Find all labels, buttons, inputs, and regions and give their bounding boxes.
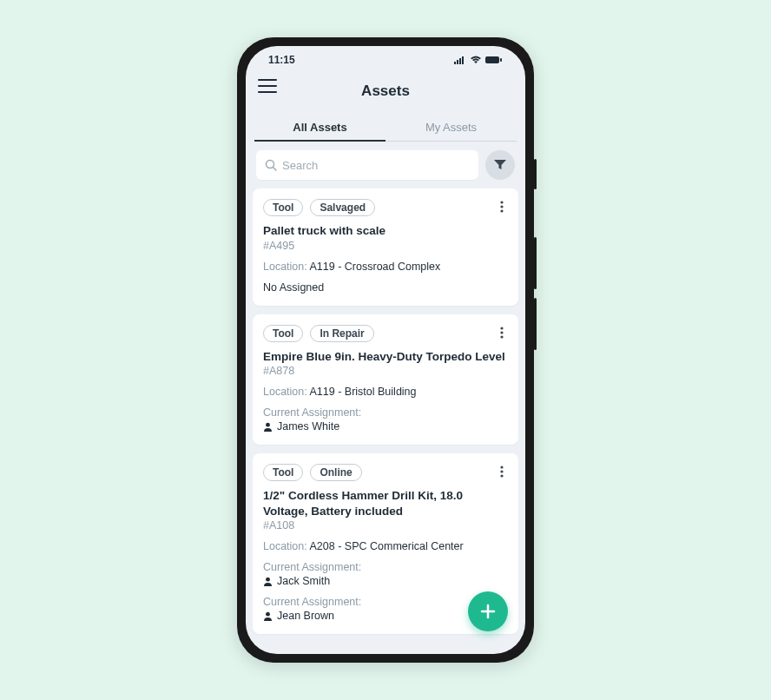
person-icon (263, 577, 273, 586)
asset-status-badge: Salvaged (310, 199, 375, 216)
svg-rect-0 (454, 62, 456, 64)
asset-card[interactable]: Tool In Repair Empire Blue 9in. Heavy-Du… (253, 314, 518, 446)
asset-code: #A108 (263, 519, 508, 532)
location-value: A119 - Bristol Building (310, 386, 417, 398)
assignment-name: Jack Smith (263, 575, 508, 587)
phone-side-button (534, 298, 537, 350)
svg-point-19 (266, 611, 270, 616)
plus-icon (479, 603, 497, 620)
svg-rect-3 (462, 56, 464, 64)
phone-frame: 11:15 Assets All Assets My Assets (237, 37, 534, 663)
asset-code: #A495 (263, 240, 508, 252)
svg-point-10 (500, 209, 503, 212)
page-title: Assets (361, 83, 410, 100)
location-label: Location: (263, 386, 307, 398)
location-label: Location: (263, 261, 307, 273)
more-vert-icon (500, 201, 504, 213)
tab-label: My Assets (425, 121, 477, 134)
more-vert-icon (500, 327, 504, 339)
screen: 11:15 Assets All Assets My Assets (246, 46, 525, 654)
card-badges: Tool Online (263, 464, 508, 481)
battery-icon (485, 56, 503, 64)
tab-my-assets[interactable]: My Assets (386, 114, 517, 141)
asset-title: 1/2" Cordless Hammer Drill Kit, 18.0 Vol… (263, 488, 508, 518)
app-header: Assets (246, 74, 525, 109)
card-menu-button[interactable] (492, 197, 511, 216)
asset-status-badge: In Repair (310, 325, 373, 342)
filter-button[interactable] (485, 150, 515, 180)
svg-point-17 (500, 474, 503, 477)
menu-button[interactable] (258, 79, 277, 93)
person-icon (263, 422, 273, 432)
svg-point-16 (500, 470, 503, 472)
asset-code: #A878 (263, 365, 508, 377)
assignment-block: Current Assignment: Jack Smith (263, 561, 508, 587)
tab-bar: All Assets My Assets (254, 114, 517, 142)
svg-rect-2 (459, 58, 461, 64)
person-icon (263, 611, 273, 621)
svg-point-12 (500, 331, 503, 333)
search-box[interactable] (256, 150, 478, 180)
asset-location: Location: A119 - Crossroad Complex (263, 261, 508, 273)
card-badges: Tool Salvaged (263, 199, 508, 216)
assignment-label: Current Assignment: (263, 561, 508, 573)
status-bar: 11:15 (246, 46, 525, 74)
search-row (246, 142, 525, 188)
asset-card[interactable]: Tool Salvaged Pallet truck with scale #A… (253, 188, 518, 306)
assignment-label: Current Assignment: (263, 406, 508, 419)
asset-type-badge: Tool (263, 325, 303, 342)
tab-label: All Assets (293, 121, 346, 134)
svg-rect-4 (485, 56, 499, 63)
assignee-name: Jean Brown (277, 610, 334, 622)
assignment-block: Current Assignment: James White (263, 406, 508, 433)
asset-location: Location: A208 - SPC Commerical Center (263, 540, 508, 552)
no-assigned-label: No Assigned (263, 281, 508, 294)
search-input[interactable] (282, 159, 470, 172)
assignee-name: James White (277, 420, 339, 433)
asset-title: Empire Blue 9in. Heavy-Duty Torpedo Leve… (263, 349, 508, 365)
status-indicators (454, 56, 503, 64)
asset-status-badge: Online (310, 464, 361, 481)
location-label: Location: (263, 540, 307, 552)
svg-point-11 (500, 327, 503, 329)
asset-type-badge: Tool (263, 464, 303, 481)
svg-point-9 (500, 205, 503, 208)
assignment-name: James White (263, 420, 508, 433)
asset-list[interactable]: Tool Salvaged Pallet truck with scale #A… (246, 188, 525, 654)
location-value: A208 - SPC Commerical Center (310, 540, 464, 552)
svg-point-15 (500, 466, 503, 468)
filter-icon (494, 160, 506, 170)
svg-point-13 (500, 335, 503, 338)
status-time: 11:15 (268, 54, 295, 66)
tab-all-assets[interactable]: All Assets (254, 114, 386, 141)
signal-icon (454, 56, 466, 64)
search-icon (265, 159, 277, 171)
svg-point-14 (266, 422, 270, 426)
svg-rect-5 (500, 58, 502, 62)
card-menu-button[interactable] (492, 462, 511, 481)
svg-line-7 (273, 168, 277, 171)
asset-title: Pallet truck with scale (263, 223, 508, 239)
add-asset-button[interactable] (468, 591, 508, 631)
assignee-name: Jack Smith (277, 575, 330, 587)
phone-side-button (534, 237, 537, 289)
svg-rect-1 (457, 60, 458, 64)
asset-type-badge: Tool (263, 199, 303, 216)
wifi-icon (470, 56, 482, 64)
svg-point-8 (500, 201, 503, 203)
svg-point-18 (266, 577, 270, 581)
location-value: A119 - Crossroad Complex (310, 261, 441, 273)
asset-location: Location: A119 - Bristol Building (263, 386, 508, 398)
card-menu-button[interactable] (492, 323, 511, 342)
more-vert-icon (500, 466, 504, 478)
phone-side-button (534, 159, 537, 189)
card-badges: Tool In Repair (263, 325, 508, 342)
